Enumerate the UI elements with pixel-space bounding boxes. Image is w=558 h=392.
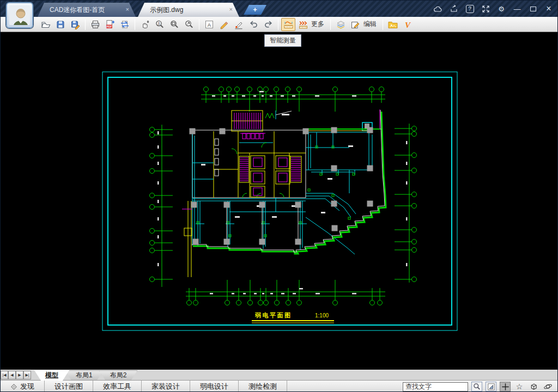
favorite-button[interactable]: ☆	[514, 382, 525, 391]
title-block: 弱电平面图 1:100	[252, 312, 334, 323]
export-pdf-button[interactable]: PDF	[103, 18, 117, 31]
orbit-icon	[543, 382, 553, 391]
redo-arrow-icon	[263, 20, 274, 29]
main-toolbar: PDF ± A	[1, 17, 557, 32]
close-icon[interactable]: ×	[229, 6, 233, 13]
building-core	[192, 111, 306, 198]
tab-drawing-label: 示例图.dwg	[150, 5, 183, 15]
low-voltage-design-button[interactable]: 弱电设计	[190, 381, 238, 392]
crosshair-button[interactable]	[500, 382, 511, 391]
more-chevrons-ruler-icon	[298, 20, 308, 29]
tab-layout1[interactable]: 布局1	[65, 370, 104, 381]
more-label[interactable]: 更多	[311, 20, 324, 29]
v-brand-button[interactable]: V	[401, 18, 415, 31]
toolbar-separator	[383, 19, 383, 30]
edit-label[interactable]: 编辑	[363, 20, 377, 29]
image-folder-icon	[387, 20, 398, 29]
smart-measure-button[interactable]	[281, 18, 295, 31]
help-icon[interactable]: ?	[464, 3, 475, 14]
gallery-folder-button[interactable]	[386, 18, 400, 31]
design-draw-button[interactable]: 设计画图	[45, 381, 93, 392]
elevator-core	[239, 156, 301, 197]
tab-home[interactable]: CAD迷你看图-首页 ×	[38, 3, 136, 17]
toolbar-separator	[135, 19, 135, 30]
more-measure-button[interactable]	[296, 18, 310, 31]
redo-button[interactable]	[261, 18, 275, 31]
zoom-window-button[interactable]	[167, 18, 181, 31]
minimize-button[interactable]: —	[512, 3, 523, 14]
tab-model[interactable]: 模型	[34, 370, 69, 381]
cube-3d-icon	[529, 382, 538, 391]
efficiency-tools-button[interactable]: 效率工具	[93, 381, 141, 392]
zoom-plus-minus-icon: ±	[155, 20, 165, 29]
zoom-window-icon	[169, 20, 180, 29]
save-icon	[56, 20, 65, 29]
orbit-button[interactable]	[542, 382, 553, 391]
discover-button[interactable]: 发现	[1, 381, 44, 392]
search-input[interactable]	[403, 382, 468, 391]
user-avatar[interactable]	[6, 2, 33, 28]
marker-pen-icon	[234, 20, 244, 29]
home-design-button[interactable]: 家装设计	[142, 381, 190, 392]
edit-pencil-icon	[350, 20, 361, 29]
svg-text:A: A	[208, 21, 211, 27]
close-icon[interactable]: ×	[126, 6, 129, 13]
draw-pencil-button[interactable]	[217, 18, 231, 31]
set-square-button[interactable]	[486, 382, 496, 391]
bottom-toolbar: 发现 设计画图 效率工具 家装设计 弱电设计 测绘检测 ☆	[1, 380, 557, 392]
axis-grid	[150, 87, 417, 305]
svg-text:PDF: PDF	[106, 24, 112, 28]
dimension-text-marks	[157, 91, 408, 295]
diamond-icon	[10, 383, 17, 390]
star-icon: ☆	[516, 382, 523, 391]
undo-button[interactable]	[246, 18, 260, 31]
layout-tab-bar: |◀ ◀ ▶ ▶| 模型 布局1 布局2	[1, 370, 557, 380]
open-file-button[interactable]	[39, 18, 53, 31]
layers-button[interactable]	[333, 18, 348, 31]
convert-button[interactable]	[118, 18, 132, 31]
settings-gear-icon[interactable]: ⚙	[496, 3, 507, 14]
window-controls: ? ⚙ — ×	[433, 1, 554, 17]
zoom-extents-button[interactable]	[182, 18, 196, 31]
drawing-canvas[interactable]: 智能测量	[1, 32, 558, 370]
zoom-in-out-button[interactable]: ±	[153, 18, 167, 31]
maximize-button[interactable]	[527, 3, 538, 14]
find-text-icon: A	[204, 20, 214, 29]
survey-check-button[interactable]: 测绘检测	[239, 381, 287, 392]
pencil-icon	[219, 20, 229, 29]
svg-text:±: ±	[157, 21, 161, 26]
save-button[interactable]	[53, 18, 68, 31]
printer-icon	[90, 20, 100, 29]
share-icon[interactable]	[448, 3, 459, 14]
view-3d-button[interactable]	[528, 382, 539, 391]
stair-hatch-right	[291, 158, 301, 181]
zoom-extents-icon	[184, 20, 195, 29]
drawing-scale: 1:100	[315, 313, 329, 318]
last-layout-button[interactable]: ▶|	[23, 371, 31, 379]
markup-pen-button[interactable]	[232, 18, 246, 31]
close-window-button[interactable]: ×	[543, 3, 554, 14]
find-text-button[interactable]: A	[202, 18, 216, 31]
print-button[interactable]	[88, 18, 102, 31]
set-square-icon	[487, 383, 495, 391]
search-button[interactable]	[471, 382, 482, 391]
pan-button[interactable]	[138, 18, 152, 31]
edit-button[interactable]	[348, 18, 362, 31]
left-service-wall	[182, 201, 192, 277]
new-tab-button[interactable]: +	[244, 5, 266, 15]
tab-layout2[interactable]: 布局2	[99, 370, 138, 381]
first-layout-button[interactable]: |◀	[1, 371, 8, 379]
tab-home-label: CAD迷你看图-首页	[50, 5, 105, 15]
save-as-button[interactable]	[68, 18, 82, 31]
tab-drawing[interactable]: 示例图.dwg ×	[138, 3, 239, 17]
cad-drawing[interactable]: 弱电平面图 1:100	[1, 32, 558, 370]
next-layout-button[interactable]: ▶	[16, 371, 23, 379]
pan-hand-icon	[140, 20, 150, 29]
measure-ruler-icon	[283, 20, 294, 29]
fullscreen-icon[interactable]	[480, 3, 491, 14]
open-folder-icon	[41, 20, 51, 29]
cloud-icon[interactable]	[433, 3, 444, 14]
prev-layout-button[interactable]: ◀	[8, 371, 16, 379]
toolbar-separator	[278, 19, 278, 30]
smart-measure-tooltip: 智能测量	[264, 34, 301, 47]
